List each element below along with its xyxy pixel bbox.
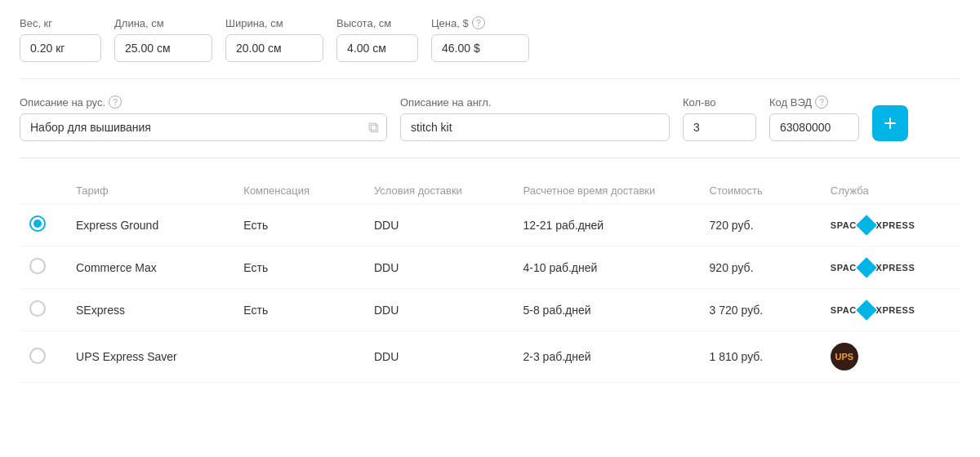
width-input[interactable]	[225, 34, 323, 62]
cell-service: SPACXPRESS	[821, 289, 960, 331]
copy-icon[interactable]: ⧉	[368, 119, 379, 136]
en-label-text: Описание на англ.	[400, 96, 492, 109]
price-label: Цена, $ ?	[431, 16, 529, 29]
ru-description-label: Описание на рус. ?	[20, 95, 387, 109]
radio-button[interactable]	[29, 258, 46, 274]
shipping-table: Тариф Компенсация Условия доставки Расче…	[20, 178, 960, 383]
cell-tariff: SExpress	[66, 289, 234, 331]
cell-time: 4-10 раб.дней	[513, 246, 699, 289]
col-header-tariff: Тариф	[66, 178, 234, 204]
table-row: Express GroundЕстьDDU12-21 раб.дней720 р…	[20, 204, 960, 246]
cell-tariff: Express Ground	[66, 204, 234, 246]
weight-group: Вес, кг	[20, 17, 101, 62]
height-group: Высота, см	[336, 17, 418, 62]
length-label: Длина, см	[114, 17, 212, 29]
spac-text: SPAC	[831, 305, 857, 315]
qty-label-text: Кол-во	[683, 96, 715, 109]
spac-diamond-icon	[856, 215, 876, 235]
add-button[interactable]: +	[872, 105, 908, 141]
ru-input-wrapper: ⧉	[20, 113, 387, 141]
spac-diamond-icon	[856, 299, 876, 320]
ru-help-icon[interactable]: ?	[109, 95, 122, 109]
weight-input[interactable]	[20, 34, 101, 62]
ru-description-group: Описание на рус. ? ⧉	[20, 95, 387, 141]
cell-tariff: Commerce Max	[66, 246, 234, 289]
description-row: Описание на рус. ? ⧉ Описание на англ.	[20, 95, 960, 141]
shipping-table-section: Тариф Компенсация Условия доставки Расче…	[20, 158, 960, 383]
xpress-text: XPRESS	[876, 220, 915, 230]
cell-compensation: Есть	[234, 246, 364, 289]
table-header-row: Тариф Компенсация Условия доставки Расче…	[20, 178, 960, 204]
add-button-label: +	[884, 110, 897, 136]
table-row: Commerce MaxЕстьDDU4-10 раб.дней920 руб.…	[20, 246, 960, 289]
cell-condition: DDU	[364, 246, 513, 289]
cell-condition: DDU	[364, 331, 513, 383]
cell-time: 12-21 раб.дней	[513, 204, 699, 246]
quantity-input[interactable]	[683, 113, 756, 141]
height-input[interactable]	[336, 34, 418, 62]
col-header-time: Расчетное время доставки	[513, 178, 699, 204]
price-help-icon[interactable]: ?	[472, 16, 485, 29]
cell-compensation	[234, 331, 364, 383]
fields-row: Вес, кг Длина, см Ширина, см Высота, см	[20, 16, 960, 79]
width-group: Ширина, см	[225, 17, 323, 62]
ru-description-input[interactable]	[20, 113, 387, 141]
spac-xpress-logo: SPACXPRESS	[831, 260, 915, 275]
radio-button[interactable]	[29, 300, 46, 317]
weight-label-text: Вес, кг	[20, 17, 52, 29]
spac-text: SPAC	[831, 263, 857, 273]
cell-service: SPACXPRESS	[821, 204, 960, 246]
spac-xpress-logo: SPACXPRESS	[831, 218, 915, 233]
col-header-cost: Стоимость	[700, 178, 821, 204]
radio-button[interactable]	[29, 215, 46, 232]
radio-button[interactable]	[29, 348, 46, 364]
length-group: Длина, см	[114, 17, 212, 62]
tnved-label: Код ВЭД ?	[769, 95, 859, 109]
tnved-group: Код ВЭД ?	[769, 95, 859, 141]
xpress-text: XPRESS	[876, 263, 915, 273]
cell-cost: 720 руб.	[700, 204, 821, 246]
en-description-group: Описание на англ.	[400, 96, 670, 141]
col-header-radio	[20, 178, 66, 204]
tnved-label-text: Код ВЭД	[769, 96, 812, 109]
cell-condition: DDU	[364, 204, 513, 246]
cell-time: 5-8 раб.дней	[513, 289, 699, 331]
height-label: Высота, см	[336, 17, 418, 29]
en-description-input[interactable]	[400, 113, 670, 141]
height-label-text: Высота, см	[336, 17, 391, 29]
cell-compensation: Есть	[234, 289, 364, 331]
spac-xpress-logo: SPACXPRESS	[831, 303, 915, 317]
weight-label: Вес, кг	[20, 17, 101, 29]
cell-tariff: UPS Express Saver	[66, 331, 234, 383]
cell-time: 2-3 раб.дней	[513, 331, 699, 383]
cell-cost: 1 810 руб.	[700, 331, 821, 383]
table-row: UPS Express SaverDDU2-3 раб.дней1 810 ру…	[20, 331, 960, 383]
price-input[interactable]	[431, 34, 529, 62]
width-label: Ширина, см	[225, 17, 323, 29]
tnved-input[interactable]	[769, 113, 859, 141]
cell-condition: DDU	[364, 289, 513, 331]
col-header-service: Служба	[821, 178, 960, 204]
xpress-text: XPRESS	[876, 305, 915, 315]
price-group: Цена, $ ?	[431, 16, 529, 62]
cell-compensation: Есть	[234, 204, 364, 246]
ups-text: UPS	[835, 352, 854, 362]
tnved-help-icon[interactable]: ?	[815, 95, 828, 109]
ups-logo: UPS	[831, 343, 858, 370]
page-container: Вес, кг Длина, см Ширина, см Высота, см	[0, 0, 980, 457]
price-label-text: Цена, $	[431, 17, 469, 29]
quantity-label: Кол-во	[683, 96, 756, 109]
cell-service: UPS	[821, 331, 960, 383]
spac-text: SPAC	[831, 220, 857, 230]
cell-service: SPACXPRESS	[821, 246, 960, 289]
length-input[interactable]	[114, 34, 212, 62]
quantity-group: Кол-во	[683, 96, 756, 141]
cell-cost: 920 руб.	[700, 246, 821, 289]
ru-label-text: Описание на рус.	[20, 96, 105, 109]
en-description-label: Описание на англ.	[400, 96, 670, 109]
spac-diamond-icon	[856, 257, 876, 277]
width-label-text: Ширина, см	[225, 17, 283, 29]
cell-cost: 3 720 руб.	[700, 289, 821, 331]
length-label-text: Длина, см	[114, 17, 164, 29]
col-header-condition: Условия доставки	[364, 178, 513, 204]
